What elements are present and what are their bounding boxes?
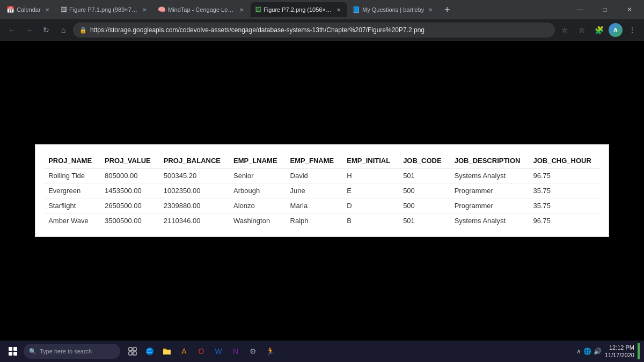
tab-mindtap[interactable]: 🧠 MindTap - Cengage Learning ✕	[153, 2, 250, 17]
tab-mindtap-icon: 🧠	[158, 6, 166, 13]
tab-mindtap-label: MindTap - Cengage Learning	[168, 6, 235, 13]
file-explorer-icon[interactable]	[159, 343, 175, 359]
address-bar: ← → ↻ ⌂ 🔒 https://storage.googleapis.com…	[0, 19, 644, 41]
table-cell-2-3: Alonzo	[229, 198, 286, 213]
show-desktop-button[interactable]	[638, 343, 640, 359]
office-icon[interactable]: A	[176, 343, 192, 359]
table-cell-0-0: Rolling Tide	[44, 168, 100, 183]
col-header-job-chg-hour: JOB_CHG_HOUR	[529, 153, 599, 168]
tab-mindtap-close[interactable]: ✕	[237, 5, 246, 14]
windows-icon	[9, 347, 17, 356]
browser-chrome: 📅 Calendar ✕ 🖼 Figure P7.1.png (989×714)…	[0, 0, 644, 41]
maximize-button[interactable]: □	[592, 0, 617, 19]
col-header-job-description: JOB_DESCRIPTION	[450, 153, 529, 168]
tab-figure72-label: Figure P7.2.png (1056×188)	[264, 6, 332, 13]
tab-calendar-icon: 📅	[6, 6, 14, 13]
taskbar: 🔍 Type here to search A O	[0, 341, 644, 362]
runner-icon[interactable]: 🏃	[262, 343, 278, 359]
search-icon: 🔍	[29, 348, 36, 355]
bookmark-list-icon[interactable]: ☆	[574, 23, 589, 38]
tab-figure71-icon: 🖼	[61, 6, 67, 13]
tab-figure72[interactable]: 🖼 Figure P7.2.png (1056×188) ✕	[251, 2, 347, 17]
table-cell-3-8: 96.75	[529, 213, 599, 228]
table-cell-0-2: 500345.20	[159, 168, 229, 183]
col-header-proj-value: PROJ_VALUE	[100, 153, 159, 168]
back-button[interactable]: ←	[4, 23, 19, 38]
table-cell-2-1: 2650500.00	[100, 198, 159, 213]
table-cell-0-5: H	[342, 168, 399, 183]
tab-bartleby-label: My Questions | bartleby	[362, 6, 424, 13]
tab-calendar-close[interactable]: ✕	[43, 5, 52, 14]
table-cell-0-8: 96.75	[529, 168, 599, 183]
tab-bartleby-close[interactable]: ✕	[426, 5, 435, 14]
forward-button[interactable]: →	[21, 23, 36, 38]
tab-bartleby-icon: 📘	[352, 6, 360, 13]
table-cell-1-5: E	[342, 183, 399, 198]
table-cell-1-3: Arbough	[229, 183, 286, 198]
system-tray: ∧ 🌐 🔊	[576, 348, 602, 355]
tab-figure71[interactable]: 🖼 Figure P7.1.png (989×714) ✕	[56, 2, 153, 17]
tab-figure71-close[interactable]: ✕	[140, 5, 149, 14]
start-button[interactable]	[4, 343, 21, 360]
refresh-button[interactable]: ↻	[39, 23, 54, 38]
table-cell-0-7: Systems Analyst	[450, 168, 529, 183]
svg-rect-0	[129, 348, 132, 351]
table-cell-1-1: 1453500.00	[100, 183, 159, 198]
table-cell-3-1: 3500500.00	[100, 213, 159, 228]
table-cell-2-5: D	[342, 198, 399, 213]
edge-icon[interactable]	[142, 343, 158, 359]
table-container: PROJ_NAME PROJ_VALUE PROJ_BALANCE EMP_LN…	[35, 144, 609, 237]
table-cell-0-6: 501	[399, 168, 450, 183]
table-cell-0-1: 805000.00	[100, 168, 159, 183]
search-placeholder: Type here to search	[40, 348, 92, 354]
word-icon[interactable]: W	[210, 343, 226, 359]
profile-avatar[interactable]: A	[609, 23, 623, 37]
close-button[interactable]: ✕	[617, 0, 642, 19]
chevron-up-icon[interactable]: ∧	[576, 348, 581, 355]
tab-calendar[interactable]: 📅 Calendar ✕	[2, 2, 56, 17]
table-row: Rolling Tide805000.00500345.20SeniorDavi…	[44, 168, 600, 183]
col-header-job-code: JOB_CODE	[399, 153, 450, 168]
taskbar-icons: A O W N ⚙ 🏃	[125, 343, 278, 359]
taskbar-search[interactable]: 🔍 Type here to search	[24, 344, 120, 359]
col-header-emp-lname: EMP_LNAME	[229, 153, 286, 168]
bookmark-star-icon[interactable]: ☆	[557, 23, 572, 38]
extensions-icon[interactable]: 🧩	[591, 23, 606, 38]
address-input[interactable]: 🔒 https://storage.googleapis.com/codevol…	[73, 23, 555, 38]
table-cell-2-6: 500	[399, 198, 450, 213]
tab-bartleby[interactable]: 📘 My Questions | bartleby ✕	[348, 2, 439, 17]
tab-figure71-label: Figure P7.1.png (989×714)	[69, 6, 138, 13]
tab-figure72-icon: 🖼	[255, 6, 261, 13]
table-row: Starflight2650500.002309880.00AlonzoMari…	[44, 198, 600, 213]
table-cell-2-0: Starflight	[44, 198, 100, 213]
minimize-button[interactable]: —	[568, 0, 592, 19]
table-cell-3-7: Systems Analyst	[450, 213, 529, 228]
microsoft365-icon[interactable]: O	[193, 343, 209, 359]
clock-time: 12:12 PM	[605, 344, 634, 351]
table-cell-3-3: Washington	[229, 213, 286, 228]
tab-figure72-close[interactable]: ✕	[334, 5, 343, 14]
svg-rect-3	[133, 352, 136, 355]
table-row: Evergreen1453500.001002350.00ArboughJune…	[44, 183, 600, 198]
page-content: PROJ_NAME PROJ_VALUE PROJ_BALANCE EMP_LN…	[0, 41, 644, 341]
table-cell-1-8: 35.75	[529, 183, 599, 198]
table-cell-1-4: June	[286, 183, 343, 198]
onenote-icon[interactable]: N	[228, 343, 244, 359]
table-cell-1-2: 1002350.00	[159, 183, 229, 198]
table-cell-2-8: 35.75	[529, 198, 599, 213]
settings-taskbar-icon[interactable]: ⚙	[245, 343, 261, 359]
home-button[interactable]: ⌂	[56, 23, 71, 38]
settings-icon[interactable]: ⋮	[625, 23, 640, 38]
table-cell-0-4: David	[286, 168, 343, 183]
system-clock[interactable]: 12:12 PM 11/17/2020	[605, 344, 634, 359]
new-tab-button[interactable]: +	[440, 2, 455, 17]
table-cell-2-4: Maria	[286, 198, 343, 213]
table-cell-3-6: 501	[399, 213, 450, 228]
table-cell-3-0: Amber Wave	[44, 213, 100, 228]
volume-icon[interactable]: 🔊	[594, 348, 602, 355]
table-cell-2-2: 2309880.00	[159, 198, 229, 213]
task-view-button[interactable]	[125, 343, 141, 359]
network-icon[interactable]: 🌐	[583, 348, 591, 355]
col-header-proj-name: PROJ_NAME	[44, 153, 100, 168]
window-controls: — □ ✕	[568, 0, 642, 19]
